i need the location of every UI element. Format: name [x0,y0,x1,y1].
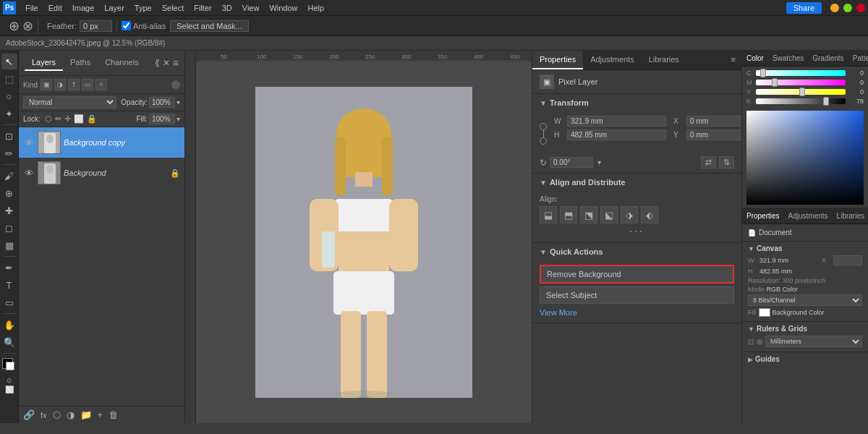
canvas-content[interactable] [196,61,532,423]
tab-bottom-libraries[interactable]: Libraries [833,208,868,224]
hand-tool[interactable]: ✋ [1,317,17,333]
select-tool[interactable]: ⬚ [1,71,17,87]
close-button[interactable] [856,4,865,12]
opacity-dropdown-icon[interactable]: ▾ [176,98,180,106]
tab-bottom-adjustments[interactable]: Adjustments [784,208,833,224]
height-input[interactable] [567,129,666,140]
lasso-tool[interactable]: ○ [1,88,17,104]
chain-link-icon[interactable] [540,116,547,152]
lock-transparency-icon[interactable]: ⬡ [45,114,52,124]
slider-k-track[interactable] [756,98,846,104]
lock-artboard-icon[interactable]: ⬜ [74,114,84,124]
anti-alias-checkbox[interactable] [122,21,131,30]
menu-view[interactable]: View [237,2,265,14]
tool-refine-icon[interactable]: ⊗ [22,18,33,34]
filter-toggle[interactable] [171,80,180,89]
align-center-h-btn[interactable]: ⬒ [560,206,577,224]
minimize-button[interactable] [830,4,839,12]
panel-menu-btn[interactable]: ≡ [173,57,179,69]
layer-fx-btn[interactable]: fx [41,411,47,420]
prop-tab-menu[interactable]: ≡ [726,51,741,69]
canvas-x-input[interactable] [833,255,862,265]
text-tool[interactable]: T [1,277,17,293]
slider-m-track[interactable] [756,80,846,85]
screen-mode-btn[interactable]: ⬜ [5,386,14,393]
maximize-button[interactable] [843,4,852,12]
zoom-tool[interactable]: 🔍 [1,334,17,350]
flip-horizontal-btn[interactable]: ⇄ [701,156,716,169]
align-top-btn[interactable]: ⬕ [600,206,618,224]
align-bottom-btn[interactable]: ⬖ [641,206,658,224]
y-input[interactable] [686,129,741,140]
layer-adjust-btn[interactable]: ◑ [67,409,75,420]
brush-tool[interactable]: 🖌 [1,168,17,184]
select-mask-button[interactable]: Select and Mask... [170,20,249,32]
prop-tab-libraries[interactable]: Libraries [642,51,686,69]
canvas-image[interactable] [255,87,472,398]
tool-icon[interactable]: ⊕ [9,18,20,34]
x-input[interactable] [686,116,741,127]
share-button[interactable]: Share [786,2,822,14]
slider-c-track[interactable] [756,70,846,76]
layer-item-background[interactable]: 👁 Background 🔒 [19,158,184,188]
menu-file[interactable]: File [20,2,43,14]
pen-tool[interactable]: ✒ [1,260,17,276]
shape-tool[interactable]: ▭ [1,294,17,310]
stamp-tool[interactable]: ⊕ [1,185,17,201]
filter-adjust-icon[interactable]: ◑ [54,79,66,90]
tab-bottom-properties[interactable]: Properties [742,208,784,224]
menu-type[interactable]: Type [129,2,157,14]
prop-tab-properties[interactable]: Properties [532,51,583,69]
slider-c-thumb[interactable] [760,69,766,77]
quick-mask-btn[interactable]: ⊙ [7,377,12,384]
layer-mask-btn[interactable]: ⬡ [53,409,61,420]
fill-dropdown-icon[interactable]: ▾ [176,115,180,123]
color-selector[interactable] [2,358,17,374]
healing-tool[interactable]: ✚ [1,203,17,218]
bit-depth-select[interactable]: 8 Bits/Channel [748,294,862,306]
menu-image[interactable]: Image [67,2,100,14]
gradient-tool[interactable]: ▦ [1,237,17,253]
layer-visibility-background[interactable]: 👁 [23,168,35,179]
slider-m-thumb[interactable] [772,78,778,87]
canvas-section-header[interactable]: ▼ Canvas [742,242,868,255]
slider-y-thumb[interactable] [799,88,805,96]
menu-window[interactable]: Window [264,2,302,14]
menu-filter[interactable]: Filter [189,2,216,14]
tab-color[interactable]: Color [742,51,768,66]
magic-wand-tool[interactable]: ✦ [1,106,17,122]
menu-select[interactable]: Select [157,2,190,14]
align-left-btn[interactable]: ⬓ [540,206,557,224]
width-input[interactable] [567,116,666,127]
view-more-link[interactable]: View More [540,307,577,318]
menu-layer[interactable]: Layer [99,2,129,14]
lock-position-icon[interactable]: ✛ [64,114,71,124]
rulers-section-header[interactable]: ▼ Rulers & Grids [742,322,868,336]
rotation-input[interactable] [550,157,593,168]
fill-input[interactable] [149,114,175,124]
tab-swatches[interactable]: Swatches [768,51,808,66]
layer-item-background-copy[interactable]: 👁 Background copy [19,127,184,158]
tab-patterns[interactable]: Patterns [848,51,868,66]
align-center-v-btn[interactable]: ⬗ [621,206,638,224]
remove-background-button[interactable]: Remove Background [540,265,734,284]
layer-link-btn[interactable]: 🔗 [23,409,35,420]
menu-help[interactable]: Help [303,2,330,14]
quick-actions-header[interactable]: ▼ Quick Actions [532,243,741,260]
flip-vertical-btn[interactable]: ⇅ [719,156,734,169]
background-color[interactable] [6,362,14,370]
eyedropper-tool[interactable]: ✏ [1,145,17,161]
tab-gradients[interactable]: Gradients [808,51,848,66]
move-tool[interactable]: ↖ [1,54,17,69]
panel-close-btn[interactable]: ✕ [163,58,170,68]
crop-tool[interactable]: ⊡ [1,128,17,144]
color-gradient-picker[interactable] [746,111,864,205]
tab-channels[interactable]: Channels [98,55,145,71]
filter-smart-icon[interactable]: ✧ [95,79,107,90]
menu-3d[interactable]: 3D [217,2,237,14]
menu-edit[interactable]: Edit [43,2,67,14]
select-subject-button[interactable]: Select Subject [540,286,734,304]
tab-layers[interactable]: Layers [25,55,63,71]
panel-collapse-btn[interactable]: ⟪ [155,58,160,68]
layer-visibility-background-copy[interactable]: 👁 [23,137,35,148]
